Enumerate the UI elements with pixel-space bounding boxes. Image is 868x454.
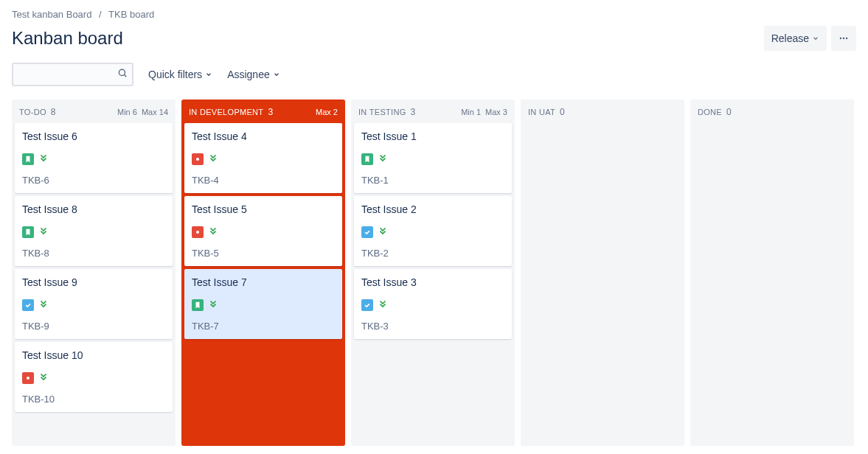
priority-icon xyxy=(378,298,388,312)
priority-icon xyxy=(38,371,49,385)
breadcrumb-parent[interactable]: Test kanban Board xyxy=(12,9,91,20)
kanban-card[interactable]: Test Issue 7TKB-7 xyxy=(184,269,342,339)
priority-icon xyxy=(378,226,388,239)
column-max: Max 14 xyxy=(142,108,168,116)
search-box xyxy=(12,63,133,86)
card-title: Test Issue 10 xyxy=(22,349,165,361)
column-title: DONE xyxy=(698,108,722,116)
page-title: Kanban board xyxy=(12,28,123,49)
column-header: TO-DO8Min 6Max 14 xyxy=(12,99,176,123)
assignee-dropdown[interactable]: Assignee xyxy=(227,69,280,80)
quick-filters-dropdown[interactable]: Quick filters xyxy=(148,69,212,80)
priority-icon xyxy=(38,226,49,239)
chevron-down-icon xyxy=(273,71,280,78)
column-max: Max 3 xyxy=(485,108,507,116)
breadcrumb-separator: / xyxy=(99,9,102,20)
column-count: 3 xyxy=(268,107,273,117)
kanban-card[interactable]: Test Issue 3TKB-3 xyxy=(354,269,512,339)
card-title: Test Issue 2 xyxy=(361,203,504,215)
column-in-uat: IN UAT0 xyxy=(521,99,684,446)
card-key: TKB-1 xyxy=(361,175,504,186)
release-label: Release xyxy=(771,32,809,44)
kanban-card[interactable]: Test Issue 8TKB-8 xyxy=(15,196,173,266)
column-to-do: TO-DO8Min 6Max 14Test Issue 6TKB-6Test I… xyxy=(12,99,176,446)
assignee-label: Assignee xyxy=(227,69,270,80)
bookmark-icon xyxy=(22,226,34,238)
card-title: Test Issue 8 xyxy=(22,203,165,215)
column-count: 8 xyxy=(51,107,56,117)
card-list: Test Issue 6TKB-6Test Issue 8TKB-8Test I… xyxy=(12,123,176,415)
column-header: IN TESTING3Min 1Max 3 xyxy=(351,99,515,123)
svg-point-7 xyxy=(196,231,199,234)
svg-point-6 xyxy=(196,158,199,161)
card-list: Test Issue 4TKB-4Test Issue 5TKB-5Test I… xyxy=(181,123,345,342)
priority-icon xyxy=(208,153,218,166)
card-title: Test Issue 9 xyxy=(22,276,165,288)
column-count: 0 xyxy=(560,107,565,117)
card-key: TKB-9 xyxy=(22,321,165,332)
svg-point-2 xyxy=(846,38,847,39)
svg-point-5 xyxy=(27,377,29,380)
kanban-card[interactable]: Test Issue 2TKB-2 xyxy=(354,196,512,266)
kanban-card[interactable]: Test Issue 10TKB-10 xyxy=(15,342,173,412)
check-icon xyxy=(361,226,373,238)
card-key: TKB-6 xyxy=(22,175,165,186)
column-title: IN DEVELOPMENT xyxy=(189,108,263,116)
bug-icon xyxy=(22,372,34,384)
card-key: TKB-5 xyxy=(192,248,335,259)
check-icon xyxy=(361,299,373,311)
kanban-card[interactable]: Test Issue 5TKB-5 xyxy=(184,196,342,266)
chevron-down-icon xyxy=(812,35,819,42)
column-count: 3 xyxy=(411,107,416,117)
column-header: IN DEVELOPMENT3Max 2 xyxy=(181,99,345,123)
column-done: DONE0 xyxy=(690,99,854,446)
card-title: Test Issue 7 xyxy=(192,276,335,288)
column-title: TO-DO xyxy=(19,108,46,116)
priority-icon xyxy=(208,298,218,312)
quick-filters-label: Quick filters xyxy=(148,69,202,80)
priority-icon xyxy=(38,153,49,166)
kanban-card[interactable]: Test Issue 6TKB-6 xyxy=(15,123,173,193)
bookmark-icon xyxy=(361,153,373,165)
column-header: DONE0 xyxy=(690,99,854,123)
column-min: Min 6 xyxy=(117,108,137,116)
more-actions-button[interactable] xyxy=(831,26,856,51)
card-title: Test Issue 4 xyxy=(192,130,335,142)
column-title: IN UAT xyxy=(528,108,555,116)
card-title: Test Issue 1 xyxy=(361,130,504,142)
bookmark-icon xyxy=(192,299,204,311)
chevron-down-icon xyxy=(205,71,212,78)
column-min: Min 1 xyxy=(461,108,481,116)
breadcrumb-current[interactable]: TKB board xyxy=(108,9,154,20)
card-key: TKB-4 xyxy=(192,175,335,186)
column-in-testing: IN TESTING3Min 1Max 3Test Issue 1TKB-1Te… xyxy=(351,99,515,446)
priority-icon xyxy=(378,153,388,166)
kanban-card[interactable]: Test Issue 9TKB-9 xyxy=(15,269,173,339)
svg-point-1 xyxy=(843,38,844,39)
release-button[interactable]: Release xyxy=(764,26,827,51)
bug-icon xyxy=(192,226,204,238)
card-list xyxy=(690,123,854,126)
search-input[interactable] xyxy=(12,63,133,86)
check-icon xyxy=(22,299,34,311)
column-max: Max 2 xyxy=(316,108,338,116)
bookmark-icon xyxy=(22,153,34,165)
card-key: TKB-2 xyxy=(361,248,504,259)
kanban-card[interactable]: Test Issue 1TKB-1 xyxy=(354,123,512,193)
card-key: TKB-8 xyxy=(22,248,165,259)
card-title: Test Issue 6 xyxy=(22,130,165,142)
breadcrumb: Test kanban Board / TKB board xyxy=(12,9,856,20)
kanban-card[interactable]: Test Issue 4TKB-4 xyxy=(184,123,342,193)
column-title: IN TESTING xyxy=(358,108,406,116)
svg-point-0 xyxy=(840,38,841,39)
card-key: TKB-7 xyxy=(192,321,335,332)
card-title: Test Issue 3 xyxy=(361,276,504,288)
column-in-development: IN DEVELOPMENT3Max 2Test Issue 4TKB-4Tes… xyxy=(181,99,345,446)
priority-icon xyxy=(208,226,218,239)
dots-horizontal-icon xyxy=(839,31,849,46)
bug-icon xyxy=(192,153,204,165)
card-title: Test Issue 5 xyxy=(192,203,335,215)
card-list: Test Issue 1TKB-1Test Issue 2TKB-2Test I… xyxy=(351,123,515,342)
card-key: TKB-10 xyxy=(22,394,165,405)
column-header: IN UAT0 xyxy=(521,99,684,123)
